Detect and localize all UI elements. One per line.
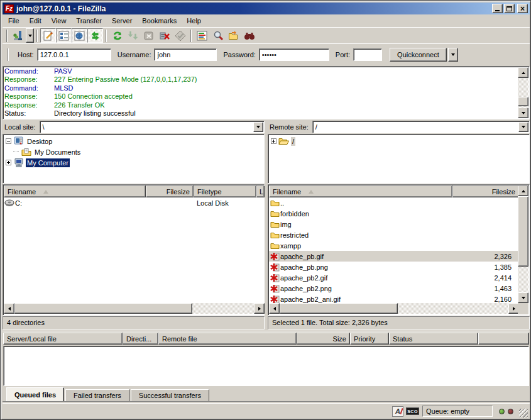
expand-icon[interactable] (6, 160, 11, 165)
scroll-thumb[interactable] (280, 303, 398, 314)
file-row[interactable]: forbidden (269, 208, 519, 219)
menu-transfer[interactable]: Transfer (71, 15, 107, 26)
scroll-thumb[interactable] (14, 303, 192, 314)
file-row[interactable]: apache_pb2_ani.gif 2,160 (269, 294, 519, 303)
find-files-button[interactable] (210, 28, 226, 43)
local-site-dropdown[interactable] (253, 122, 263, 132)
expand-icon[interactable] (271, 138, 276, 144)
tab-failed-transfers[interactable]: Failed transfers (65, 389, 129, 401)
host-input[interactable] (37, 48, 111, 61)
menu-help[interactable]: Help (182, 15, 206, 26)
column-header-server-local-file[interactable]: Server/Local file (3, 333, 123, 345)
remote-file-list[interactable]: Filename Filesize .. forbidden img restr (268, 184, 530, 316)
file-row[interactable]: xampp (269, 240, 519, 251)
file-row[interactable]: restricted (269, 229, 519, 240)
quickconnect-dropdown[interactable] (448, 48, 458, 62)
column-header-filetype[interactable]: Filetype (194, 185, 256, 197)
password-input[interactable] (259, 48, 329, 61)
scroll-down-button[interactable] (518, 108, 528, 118)
menu-bookmarks[interactable]: Bookmarks (137, 15, 182, 26)
collapse-icon[interactable] (6, 138, 11, 144)
scroll-thumb[interactable] (518, 196, 528, 267)
column-header-filename[interactable]: Filename (4, 185, 146, 197)
file-row[interactable]: img (269, 219, 519, 229)
synchronized-browsing-button[interactable] (226, 28, 241, 43)
log-scrollbar[interactable] (518, 67, 528, 118)
queue-list[interactable] (3, 346, 529, 386)
scroll-up-button[interactable] (518, 185, 528, 196)
remote-vertical-scrollbar[interactable] (518, 185, 528, 303)
process-queue-button[interactable] (125, 28, 141, 43)
menu-file[interactable]: File (3, 15, 25, 26)
local-list-body[interactable]: C: Local Disk (4, 197, 265, 303)
menu-view[interactable]: View (47, 15, 72, 26)
toggle-remote-tree-button[interactable] (72, 28, 87, 43)
column-header-direction[interactable]: Directi... (123, 333, 158, 345)
filter-button[interactable] (241, 28, 257, 43)
refresh-button[interactable] (109, 28, 125, 43)
scroll-track[interactable] (518, 78, 528, 108)
local-file-list[interactable]: Filename Filesize Filetype L C: Local Di… (3, 184, 265, 316)
username-input[interactable] (154, 48, 217, 61)
remote-horizontal-scrollbar[interactable] (269, 303, 519, 314)
menu-server[interactable]: Server (107, 15, 137, 26)
tree-item-my-documents[interactable]: My Documents (4, 146, 263, 157)
tree-item-desktop[interactable]: Desktop (4, 136, 263, 146)
column-header-remote-file[interactable]: Remote file (158, 333, 297, 345)
column-header-status[interactable]: Status (389, 333, 478, 345)
tab-queued-files[interactable]: Queued files (6, 387, 64, 401)
remote-site-combobox[interactable]: / (312, 121, 530, 133)
scroll-right-button[interactable] (254, 303, 265, 314)
local-site-combobox[interactable]: \ (40, 121, 265, 133)
local-horizontal-scrollbar[interactable] (4, 303, 265, 314)
minimize-button[interactable] (492, 4, 503, 13)
menu-edit[interactable]: Edit (25, 15, 47, 26)
column-header-filesize[interactable]: Filesize (146, 185, 194, 197)
file-row[interactable]: .. (269, 197, 519, 208)
quickconnect-button[interactable]: Quickconnect (390, 48, 447, 62)
remote-site-dropdown[interactable] (518, 122, 528, 132)
column-header-size[interactable]: Size (297, 333, 350, 345)
file-row-selected[interactable]: apache_pb.gif 2,326 (269, 251, 519, 262)
remote-tree[interactable]: / (268, 134, 530, 184)
indicator-badge-icon[interactable]: SCO (406, 407, 419, 415)
close-button[interactable]: × (517, 4, 528, 13)
column-header-priority[interactable]: Priority (350, 333, 389, 345)
local-tree[interactable]: Desktop My Documents My Computer (3, 134, 265, 184)
resize-grip[interactable] (519, 409, 528, 417)
message-log[interactable]: Command:PASV Response:227 Entering Passi… (3, 66, 530, 119)
site-manager-button[interactable] (10, 28, 26, 43)
toggle-message-log-button[interactable] (40, 28, 56, 43)
window-title: john@127.0.0.1 - FileZilla (16, 4, 491, 13)
scroll-track[interactable] (518, 196, 528, 292)
site-manager-dropdown[interactable] (26, 28, 34, 43)
cancel-operation-button[interactable] (141, 28, 156, 43)
scroll-thumb[interactable] (518, 97, 528, 106)
maximize-button[interactable] (504, 4, 515, 13)
toggle-queue-button[interactable] (87, 28, 103, 43)
remote-list-body[interactable]: .. forbidden img restricted xampp (269, 197, 519, 303)
file-row-c-drive[interactable]: C: Local Disk (4, 197, 265, 208)
file-row[interactable]: apache_pb2.png 1,463 (269, 283, 519, 294)
tree-item-my-computer[interactable]: My Computer (4, 157, 263, 168)
file-row[interactable]: apache_pb.png 1,385 (269, 262, 519, 272)
scroll-track[interactable] (280, 303, 508, 314)
port-input[interactable] (353, 48, 382, 61)
scroll-left-button[interactable] (4, 303, 14, 314)
scroll-left-button[interactable] (269, 303, 280, 314)
tree-item-root[interactable]: / (270, 136, 528, 146)
scroll-track[interactable] (14, 303, 254, 314)
column-header-last-modified[interactable]: L (256, 185, 265, 197)
transfer-type-ascii-icon[interactable]: A (392, 406, 403, 417)
disconnect-button[interactable] (156, 28, 172, 43)
toggle-local-tree-button[interactable] (56, 28, 72, 43)
tab-successful-transfers[interactable]: Successful transfers (131, 389, 209, 401)
column-header-filename[interactable]: Filename (269, 185, 452, 197)
column-header-filesize[interactable]: Filesize (452, 185, 519, 197)
verify-button[interactable] (172, 28, 188, 43)
scroll-down-button[interactable] (518, 292, 528, 303)
file-row[interactable]: apache_pb2.gif 2,414 (269, 272, 519, 283)
scroll-up-button[interactable] (518, 67, 528, 78)
titlebar[interactable]: Fz john@127.0.0.1 - FileZilla × (3, 3, 530, 14)
directory-comparison-button[interactable] (194, 28, 210, 43)
